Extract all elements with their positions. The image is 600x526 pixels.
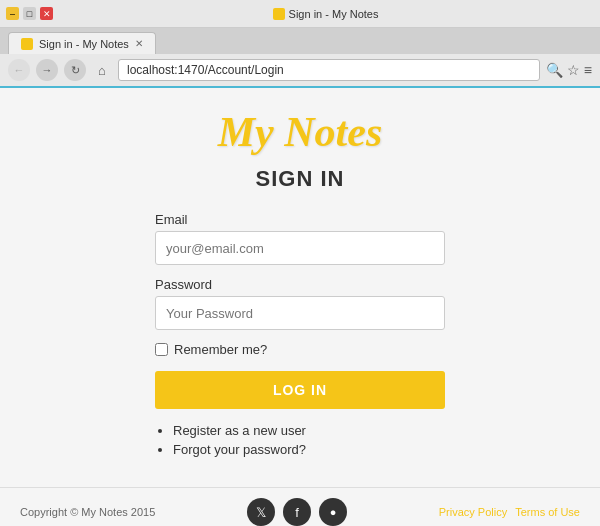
search-icon[interactable]: 🔍 xyxy=(546,62,563,78)
remember-label: Remember me? xyxy=(174,342,267,357)
maximize-button[interactable]: □ xyxy=(23,7,36,20)
tab-title: Sign in - My Notes xyxy=(289,8,379,20)
login-form: Email Password Remember me? LOG IN Regis… xyxy=(155,212,445,477)
password-label: Password xyxy=(155,277,445,292)
sign-in-heading: SIGN IN xyxy=(256,166,345,192)
register-link[interactable]: Register as a new user xyxy=(173,423,445,438)
menu-icon[interactable]: ≡ xyxy=(584,62,592,78)
page-inner: My Notes SIGN IN Email Password Remember… xyxy=(20,88,580,487)
twitter-icon[interactable]: 𝕏 xyxy=(247,498,275,526)
minimize-button[interactable]: – xyxy=(6,7,19,20)
tab-label: Sign in - My Notes xyxy=(39,38,129,50)
toolbar-right: 🔍 ☆ ≡ xyxy=(546,62,592,78)
forgot-password-link[interactable]: Forgot your password? xyxy=(173,442,445,457)
email-group: Email xyxy=(155,212,445,265)
home-button[interactable]: ⌂ xyxy=(92,60,112,80)
window-controls: – □ ✕ xyxy=(6,7,53,20)
register-anchor[interactable]: Register as a new user xyxy=(173,423,306,438)
forgot-anchor[interactable]: Forgot your password? xyxy=(173,442,306,457)
tab-close-button[interactable]: ✕ xyxy=(135,38,143,49)
footer-links: Privacy Policy Terms of Use xyxy=(439,506,580,518)
title-bar: – □ ✕ Sign in - My Notes xyxy=(0,0,600,28)
back-button[interactable]: ← xyxy=(8,59,30,81)
password-group: Password xyxy=(155,277,445,330)
social-links: 𝕏 f ● xyxy=(247,498,347,526)
bookmark-icon[interactable]: ☆ xyxy=(567,62,580,78)
address-bar: ← → ↻ ⌂ 🔍 ☆ ≡ xyxy=(0,54,600,88)
github-icon[interactable]: ● xyxy=(319,498,347,526)
page-footer: Copyright © My Notes 2015 𝕏 f ● Privacy … xyxy=(0,487,600,526)
extra-links: Register as a new user Forgot your passw… xyxy=(155,423,445,457)
tab-favicon-icon xyxy=(21,38,33,50)
app-title: My Notes xyxy=(218,108,382,156)
email-label: Email xyxy=(155,212,445,227)
privacy-policy-link[interactable]: Privacy Policy xyxy=(439,506,507,518)
refresh-button[interactable]: ↻ xyxy=(64,59,86,81)
active-tab[interactable]: Sign in - My Notes ✕ xyxy=(8,32,156,54)
copyright-text: Copyright © My Notes 2015 xyxy=(20,506,155,518)
login-button[interactable]: LOG IN xyxy=(155,371,445,409)
close-button[interactable]: ✕ xyxy=(40,7,53,20)
tab-favicon xyxy=(273,8,285,20)
remember-row: Remember me? xyxy=(155,342,445,357)
password-input[interactable] xyxy=(155,296,445,330)
facebook-icon[interactable]: f xyxy=(283,498,311,526)
page-content: My Notes SIGN IN Email Password Remember… xyxy=(0,88,600,526)
tab-bar: Sign in - My Notes ✕ xyxy=(0,28,600,54)
url-input[interactable] xyxy=(118,59,540,81)
browser-window: – □ ✕ Sign in - My Notes Sign in - My No… xyxy=(0,0,600,526)
email-input[interactable] xyxy=(155,231,445,265)
remember-checkbox[interactable] xyxy=(155,343,168,356)
forward-button[interactable]: → xyxy=(36,59,58,81)
terms-of-use-link[interactable]: Terms of Use xyxy=(515,506,580,518)
